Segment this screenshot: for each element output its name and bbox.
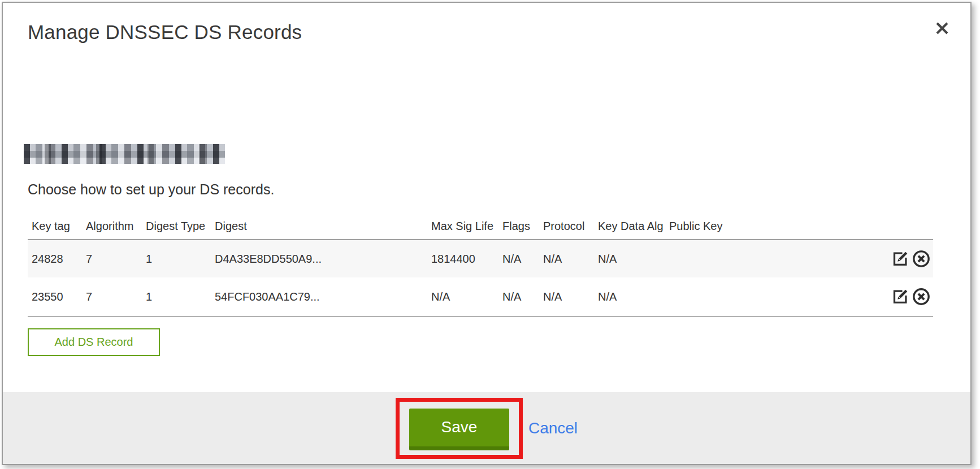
cell-algorithm: 7	[82, 253, 142, 266]
manage-dnssec-dialog: Manage DNSSEC DS Records Choose how to s…	[2, 2, 972, 465]
col-header-max-sig-life: Max Sig Life	[427, 220, 498, 233]
save-button[interactable]: Save	[409, 409, 509, 450]
annotation-highlight: Save	[396, 398, 523, 459]
cell-protocol: N/A	[539, 253, 594, 266]
col-header-algorithm: Algorithm	[82, 220, 142, 233]
col-header-protocol: Protocol	[539, 220, 594, 233]
cell-key-data-alg: N/A	[594, 290, 665, 303]
dialog-title: Manage DNSSEC DS Records	[28, 21, 302, 44]
cell-digest: D4A33E8DD550A9...	[211, 253, 427, 266]
cell-algorithm: 7	[82, 290, 142, 303]
cell-key-data-alg: N/A	[594, 253, 665, 266]
col-header-key-data-alg: Key Data Alg	[594, 220, 665, 233]
edit-icon	[891, 287, 911, 306]
cell-flags: N/A	[498, 290, 539, 303]
cell-actions	[881, 286, 933, 307]
cell-max-sig-life: N/A	[427, 290, 498, 303]
cell-digest: 54FCF030AA1C79...	[211, 290, 427, 303]
delete-icon	[912, 287, 932, 306]
cancel-link[interactable]: Cancel	[528, 419, 578, 437]
col-header-digest-type: Digest Type	[142, 220, 211, 233]
close-button[interactable]	[934, 19, 953, 38]
cell-key-tag: 23550	[28, 290, 82, 303]
cell-digest-type: 1	[142, 253, 211, 266]
delete-record-button[interactable]	[912, 286, 932, 307]
delete-icon	[912, 249, 932, 268]
ds-records-table: Key tag Algorithm Digest Type Digest Max…	[28, 213, 933, 317]
col-header-key-tag: Key tag	[28, 220, 82, 233]
edit-record-button[interactable]	[891, 286, 911, 307]
col-header-flags: Flags	[498, 220, 539, 233]
dialog-footer: Save Cancel	[3, 392, 970, 464]
edit-record-button[interactable]	[891, 249, 911, 269]
cell-protocol: N/A	[539, 290, 594, 303]
table-row: 23550 7 1 54FCF030AA1C79... N/A N/A N/A …	[28, 277, 933, 317]
delete-record-button[interactable]	[912, 249, 932, 269]
redacted-domain-name	[24, 144, 225, 164]
cell-max-sig-life: 1814400	[427, 253, 498, 266]
col-header-digest: Digest	[211, 220, 427, 233]
close-icon	[934, 20, 953, 36]
cell-key-tag: 24828	[28, 253, 82, 266]
cell-flags: N/A	[498, 253, 539, 266]
col-header-public-key: Public Key	[665, 220, 881, 233]
instruction-text: Choose how to set up your DS records.	[28, 181, 274, 198]
table-header-row: Key tag Algorithm Digest Type Digest Max…	[28, 213, 933, 239]
table-row: 24828 7 1 D4A33E8DD550A9... 1814400 N/A …	[28, 239, 933, 277]
cell-actions	[881, 249, 933, 269]
cell-digest-type: 1	[142, 290, 211, 303]
edit-icon	[891, 249, 911, 268]
add-ds-record-button[interactable]: Add DS Record	[28, 328, 160, 356]
